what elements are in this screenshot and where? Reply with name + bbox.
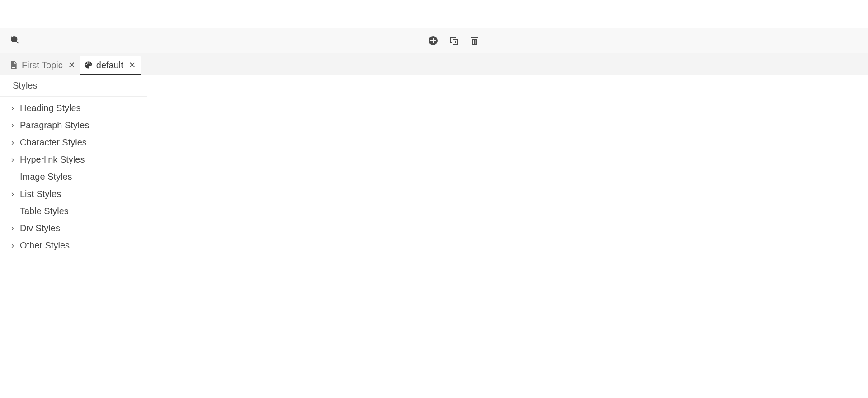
tab-label: default [96, 60, 123, 70]
chevron-right-icon: › [8, 103, 17, 113]
style-item-label: Image Styles [20, 172, 72, 182]
styles-sidebar: Styles › Heading Styles › Paragraph Styl… [0, 75, 147, 398]
svg-rect-2 [430, 40, 436, 41]
style-item-label: Table Styles [20, 206, 69, 216]
svg-rect-4 [455, 41, 456, 43]
style-item-other[interactable]: › Other Styles [0, 237, 147, 254]
toolbar-left [10, 35, 21, 46]
top-blank-area [0, 0, 868, 28]
style-item-hyperlink[interactable]: › Hyperlink Styles [0, 151, 147, 168]
tab-bar: First Topic ✕ default ✕ [0, 53, 868, 75]
chevron-right-icon: › [8, 155, 17, 164]
tab-default[interactable]: default ✕ [80, 56, 141, 75]
style-item-div[interactable]: › Div Styles [0, 220, 147, 237]
toolbar [0, 28, 868, 53]
chevron-right-icon: › [8, 138, 17, 147]
add-icon[interactable] [428, 35, 439, 46]
toolbar-right [428, 35, 860, 46]
close-icon[interactable]: ✕ [68, 61, 75, 69]
main-area: Styles › Heading Styles › Paragraph Styl… [0, 75, 868, 398]
svg-rect-5 [12, 67, 15, 68]
style-item-label: Paragraph Styles [20, 120, 89, 131]
style-item-label: Other Styles [20, 240, 70, 251]
duplicate-icon[interactable] [448, 35, 459, 46]
style-item-list[interactable]: › List Styles [0, 185, 147, 202]
style-item-image[interactable]: › Image Styles [0, 168, 147, 185]
style-item-table[interactable]: › Table Styles [0, 202, 147, 220]
palette-icon [84, 61, 93, 70]
style-item-label: Heading Styles [20, 103, 81, 113]
search-refresh-icon[interactable] [10, 35, 21, 46]
close-icon[interactable]: ✕ [129, 61, 136, 69]
document-icon [9, 61, 18, 70]
style-item-label: Hyperlink Styles [20, 155, 85, 165]
tab-label: First Topic [22, 60, 63, 70]
style-list: › Heading Styles › Paragraph Styles › Ch… [0, 97, 147, 257]
style-item-label: List Styles [20, 189, 61, 199]
style-item-label: Character Styles [20, 137, 87, 148]
chevron-right-icon: › [8, 189, 17, 199]
content-area [147, 75, 868, 398]
tab-first-topic[interactable]: First Topic ✕ [5, 56, 80, 75]
style-item-heading[interactable]: › Heading Styles [0, 99, 147, 117]
chevron-right-icon: › [8, 241, 17, 250]
style-item-label: Div Styles [20, 223, 60, 234]
chevron-right-icon: › [8, 224, 17, 233]
style-item-character[interactable]: › Character Styles [0, 134, 147, 151]
delete-icon[interactable] [469, 35, 480, 46]
chevron-right-icon: › [8, 121, 17, 130]
style-item-paragraph[interactable]: › Paragraph Styles [0, 117, 147, 134]
sidebar-header: Styles [0, 75, 147, 97]
